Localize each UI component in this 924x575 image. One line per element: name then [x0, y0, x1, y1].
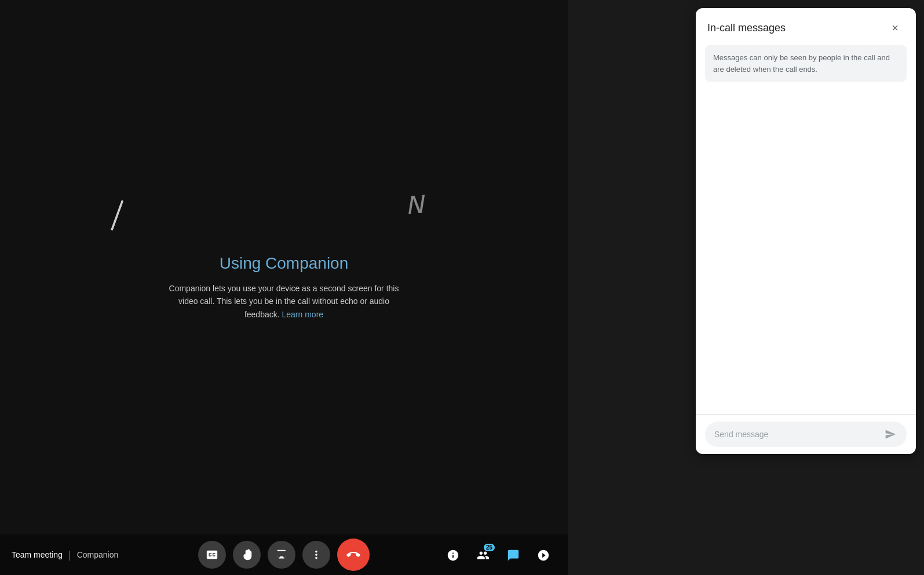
- more-options-button[interactable]: [302, 541, 330, 569]
- captions-icon: [206, 548, 218, 561]
- people-button[interactable]: 25: [470, 543, 496, 568]
- companion-label: Companion: [77, 550, 119, 559]
- activities-button[interactable]: [531, 543, 556, 568]
- panel-messages-area[interactable]: [696, 89, 916, 414]
- right-icons: 25: [440, 543, 556, 568]
- main-video-area: ꓠ Using Companion Companion lets you use…: [0, 0, 568, 575]
- send-message-button[interactable]: [883, 427, 897, 441]
- end-call-button[interactable]: [337, 539, 370, 571]
- present-button[interactable]: [268, 541, 295, 569]
- panel-title: In-call messages: [707, 22, 786, 34]
- using-companion-heading: Using Companion: [162, 254, 406, 273]
- meeting-info: Team meeting | Companion: [12, 549, 118, 561]
- meeting-title: Team meeting: [12, 550, 63, 559]
- companion-description: Companion lets you use your device as a …: [162, 282, 406, 321]
- raise-hand-icon: [240, 548, 253, 561]
- chat-button[interactable]: [501, 543, 526, 568]
- people-badge: 25: [484, 544, 495, 551]
- decorative-slash: [96, 195, 123, 231]
- panel-close-button[interactable]: ×: [886, 19, 904, 37]
- send-message-wrap: [705, 422, 907, 447]
- panel-info-message: Messages can only be seen by people in t…: [705, 45, 907, 82]
- captions-button[interactable]: [198, 541, 226, 569]
- bottom-bar: Team meeting | Companion: [0, 534, 568, 575]
- controls-bar: [198, 539, 370, 571]
- messages-panel: In-call messages × Messages can only be …: [696, 8, 916, 454]
- raise-hand-button[interactable]: [233, 541, 261, 569]
- more-options-icon: [310, 548, 323, 561]
- send-message-input[interactable]: [714, 430, 883, 439]
- decorative-script: ꓠ: [404, 191, 425, 221]
- chat-icon: [507, 549, 520, 562]
- panel-footer: [696, 414, 916, 454]
- activities-icon: [537, 549, 550, 562]
- center-content: Using Companion Companion lets you use y…: [162, 254, 406, 321]
- end-call-icon: [346, 548, 360, 562]
- panel-header: In-call messages ×: [696, 8, 916, 45]
- info-icon: [447, 549, 459, 562]
- learn-more-link[interactable]: Learn more: [282, 310, 324, 319]
- info-button[interactable]: [440, 543, 466, 568]
- separator: |: [68, 549, 71, 561]
- present-icon: [275, 548, 288, 561]
- send-icon: [885, 428, 896, 440]
